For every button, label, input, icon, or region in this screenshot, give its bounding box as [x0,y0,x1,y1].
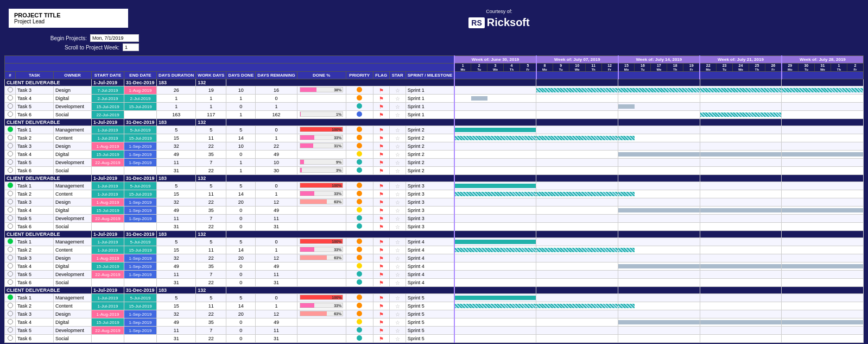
task-check-empty[interactable] [8,255,13,260]
task-check[interactable] [5,111,16,119]
task-flag[interactable]: ⚑ [373,207,389,215]
flag-icon[interactable]: ⚑ [379,303,384,309]
task-check-empty[interactable] [8,279,13,285]
task-star[interactable]: ☆ [389,262,406,271]
task-check[interactable] [5,159,16,167]
task-flag[interactable]: ⚑ [373,142,389,151]
task-check-complete[interactable] [8,127,13,132]
task-flag[interactable]: ⚑ [373,134,389,142]
task-star[interactable]: ☆ [389,279,406,287]
task-check-empty[interactable] [8,327,13,333]
star-icon-empty[interactable]: ☆ [395,336,400,342]
flag-icon[interactable]: ⚑ [379,264,384,270]
task-star[interactable]: ☆ [389,294,406,302]
task-flag[interactable]: ⚑ [373,238,389,246]
task-check[interactable] [5,126,16,134]
flag-icon[interactable]: ⚑ [379,255,384,261]
task-flag[interactable]: ⚑ [373,86,389,95]
task-check[interactable] [5,103,16,111]
task-check-empty[interactable] [8,199,13,204]
star-icon-empty[interactable]: ☆ [395,280,400,286]
flag-icon[interactable]: ⚑ [379,328,384,334]
task-check[interactable] [5,254,16,262]
task-star[interactable]: ☆ [389,126,406,134]
task-flag[interactable]: ⚑ [373,223,389,231]
task-flag[interactable]: ⚑ [373,215,389,223]
task-star[interactable]: ☆ [389,151,406,159]
task-flag[interactable]: ⚑ [373,198,389,207]
flag-icon[interactable]: ⚑ [379,295,384,301]
task-check[interactable] [5,279,16,287]
task-star[interactable]: ☆ [389,190,406,198]
task-check[interactable] [5,310,16,318]
task-check[interactable] [5,271,16,279]
star-icon-empty[interactable]: ☆ [395,295,400,301]
task-flag[interactable]: ⚑ [373,302,389,310]
task-flag[interactable]: ⚑ [373,318,389,327]
task-check[interactable] [5,167,16,175]
task-check-empty[interactable] [8,319,13,324]
flag-icon[interactable]: ⚑ [379,208,384,214]
task-check[interactable] [5,238,16,246]
task-flag[interactable]: ⚑ [373,151,389,159]
task-check-empty[interactable] [8,207,13,212]
star-icon-empty[interactable]: ☆ [395,127,400,133]
flag-icon[interactable]: ⚑ [379,199,384,205]
task-flag[interactable]: ⚑ [373,126,389,134]
task-check-empty[interactable] [8,159,13,165]
task-flag[interactable]: ⚑ [373,254,389,262]
task-star[interactable]: ☆ [389,142,406,151]
task-check-empty[interactable] [8,223,13,229]
task-check-complete[interactable] [8,295,13,300]
task-star[interactable]: ☆ [389,310,406,318]
task-check[interactable] [5,215,16,223]
task-check[interactable] [5,151,16,159]
task-flag[interactable]: ⚑ [373,294,389,302]
task-flag[interactable]: ⚑ [373,246,389,254]
task-flag[interactable]: ⚑ [373,327,389,335]
star-icon-empty[interactable]: ☆ [395,255,400,261]
task-check[interactable] [5,86,16,95]
task-flag[interactable]: ⚑ [373,335,389,343]
task-check-empty[interactable] [8,247,13,252]
task-star[interactable]: ☆ [389,318,406,327]
star-icon-empty[interactable]: ☆ [395,135,400,141]
flag-icon[interactable]: ⚑ [379,127,384,133]
task-flag[interactable]: ⚑ [373,271,389,279]
flag-icon[interactable]: ⚑ [379,272,384,278]
star-icon-empty[interactable]: ☆ [395,264,400,270]
star-icon-empty[interactable]: ☆ [395,152,400,158]
task-star[interactable]: ☆ [389,327,406,335]
flag-icon[interactable]: ⚑ [379,143,384,149]
task-check[interactable] [5,302,16,310]
task-check[interactable] [5,327,16,335]
flag-icon[interactable]: ⚑ [379,336,384,342]
task-check-empty[interactable] [8,143,13,148]
flag-icon[interactable]: ⚑ [379,239,384,245]
task-star[interactable]: ☆ [389,182,406,190]
task-star[interactable]: ☆ [389,198,406,207]
flag-icon[interactable]: ⚑ [379,311,384,317]
flag-icon[interactable]: ⚑ [379,87,384,93]
star-icon-empty[interactable]: ☆ [395,168,400,174]
task-star[interactable]: ☆ [389,246,406,254]
task-star[interactable]: ☆ [389,335,406,343]
task-check-complete[interactable] [8,239,13,244]
task-star[interactable]: ☆ [389,271,406,279]
flag-icon[interactable]: ⚑ [379,224,384,230]
star-icon-empty[interactable]: ☆ [395,183,400,189]
flag-icon[interactable]: ⚑ [379,280,384,286]
star-icon-empty[interactable]: ☆ [395,303,400,309]
task-flag[interactable]: ⚑ [373,103,389,111]
star-icon-empty[interactable]: ☆ [395,143,400,149]
star-icon-empty[interactable]: ☆ [395,208,400,214]
star-icon-empty[interactable]: ☆ [395,320,400,326]
star-icon-empty[interactable]: ☆ [395,239,400,245]
task-star[interactable]: ☆ [389,134,406,142]
task-check-empty[interactable] [8,151,13,157]
task-star[interactable]: ☆ [389,95,406,103]
task-check[interactable] [5,182,16,190]
task-check[interactable] [5,294,16,302]
task-star[interactable]: ☆ [389,86,406,95]
flag-icon[interactable]: ⚑ [379,247,384,253]
